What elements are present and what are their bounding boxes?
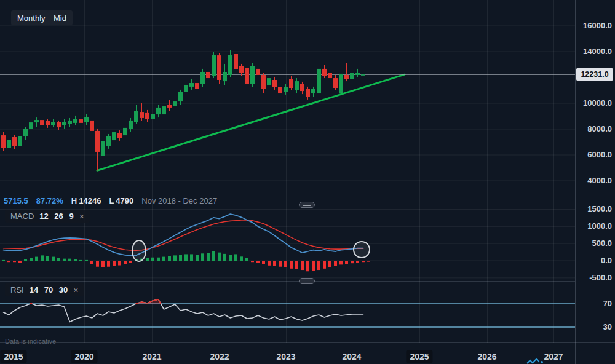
price-tick-label: 16000.0 — [583, 21, 612, 30]
macd-legend-name: MACD — [10, 212, 34, 221]
chart-canvas[interactable] — [0, 0, 615, 364]
interval-button-label: Monthly — [17, 14, 46, 23]
chart-window: Monthly Mid 5715.5 87.72% H14246 L4790 N… — [0, 0, 615, 364]
price-tick-label: 10000.0 — [583, 98, 612, 108]
year-tick-label: 2015 — [0, 350, 26, 363]
interval-button[interactable]: Monthly — [11, 10, 52, 25]
rsi-tick-label: 30 — [603, 322, 612, 331]
macd-legend-params: 12 26 9 — [39, 212, 73, 221]
macd-tick-label: -500.0 — [589, 273, 612, 282]
chart-type-button-label: Mid — [54, 14, 66, 23]
macd-legend: MACD 12 26 9 × — [5, 210, 90, 223]
info-change-percent: 87.72% — [36, 196, 63, 205]
price-tick-label: 14000.0 — [583, 47, 612, 56]
year-tick-label: 2023 — [272, 350, 299, 363]
price-tick-label: 8000.0 — [587, 124, 612, 133]
price-tick-label: 6000.0 — [587, 150, 612, 159]
rsi-close-icon[interactable]: × — [73, 286, 78, 295]
year-tick-label: 2024 — [338, 350, 365, 363]
macd-tick-label: 1500.0 — [587, 204, 612, 213]
symbol-info-bar: 5715.5 87.72% H14246 L4790 Nov 2018 - De… — [4, 196, 217, 205]
rsi-legend: RSI 14 70 30 × — [5, 283, 84, 296]
chart-type-button[interactable]: Mid — [47, 10, 73, 25]
year-tick-label: 2020 — [71, 350, 97, 363]
macd-tick-label: 1000.0 — [587, 221, 612, 231]
pane-resize-handle[interactable] — [299, 202, 315, 208]
info-low: L4790 — [109, 196, 133, 205]
info-high: H14246 — [71, 196, 101, 205]
macd-close-icon[interactable]: × — [79, 212, 84, 221]
pane-divider-macd-rsi — [0, 281, 575, 282]
pane-resize-handle[interactable] — [299, 278, 315, 284]
info-value: 5715.5 — [4, 196, 28, 205]
year-tick-label: 2022 — [206, 350, 232, 363]
pane-divider-price-macd — [0, 205, 575, 205]
rsi-legend-params: 14 70 30 — [30, 285, 68, 295]
macd-tick-label: 500.0 — [592, 239, 612, 248]
macd-tick-label: 0.0 — [601, 256, 612, 265]
year-tick-label: 2027 — [540, 350, 566, 363]
info-date-range: Nov 2018 - Dec 2027 — [141, 196, 217, 205]
year-tick-label: 2021 — [138, 350, 165, 363]
price-tick-label: 4000.0 — [587, 176, 612, 185]
rsi-tick-label: 70 — [603, 299, 612, 308]
year-tick-label: 2026 — [474, 350, 500, 363]
year-tick-label: 2025 — [406, 350, 432, 363]
rsi-legend-name: RSI — [10, 285, 24, 295]
